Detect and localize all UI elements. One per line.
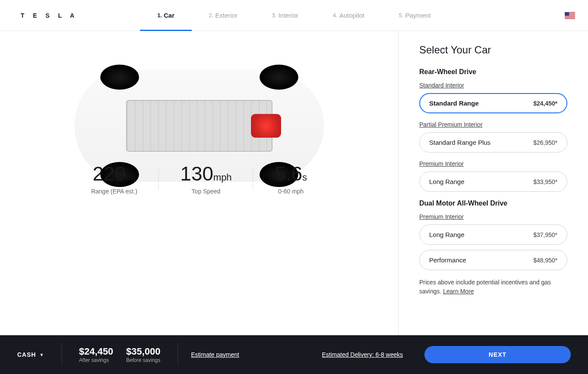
- tab-payment[interactable]: 5.Payment: [382, 0, 448, 31]
- next-button[interactable]: NEXT: [424, 346, 571, 363]
- estimate-payment-link[interactable]: Estimate payment: [191, 351, 239, 358]
- config-tabs: 1.Car 2.Exterior 3.Interior 4.Autopilot …: [140, 0, 448, 31]
- svg-rect-4: [565, 16, 575, 16]
- tab-car[interactable]: 1.Car: [140, 0, 192, 31]
- interior-premium-awd[interactable]: Premium Interior: [419, 213, 464, 220]
- header: T E S L A 1.Car 2.Exterior 3.Interior 4.…: [0, 0, 588, 31]
- learn-more-link[interactable]: Learn More: [443, 288, 474, 295]
- tesla-logo[interactable]: T E S L A: [21, 12, 78, 19]
- tab-autopilot[interactable]: 4.Autopilot: [316, 0, 381, 31]
- option-long-range-awd[interactable]: Long Range $37,950*: [419, 224, 567, 245]
- stat-topspeed: 130mph Top Speed: [159, 164, 254, 195]
- interior-partial-premium[interactable]: Partial Premium Interior: [419, 121, 483, 128]
- option-standard-range[interactable]: Standard Range $24,450*: [419, 93, 567, 113]
- chevron-down-icon: ▼: [40, 352, 44, 357]
- estimated-delivery-link[interactable]: Estimated Delivery: 6-8 weeks: [322, 351, 403, 358]
- config-panel: Select Your Car Rear-Wheel Drive Standar…: [399, 31, 588, 335]
- stat-range: 220mi Range (EPA est.): [70, 164, 159, 195]
- drive-heading-rwd: Rear-Wheel Drive: [419, 68, 567, 76]
- svg-rect-6: [565, 18, 575, 19]
- tab-exterior[interactable]: 2.Exterior: [192, 0, 255, 31]
- svg-rect-7: [565, 12, 569, 16]
- car-chassis-image: 220mi Range (EPA est.) 130mph Top Speed …: [17, 44, 381, 208]
- main-content: 220mi Range (EPA est.) 130mph Top Speed …: [0, 31, 588, 335]
- footer-bar: CASH ▼ $24,450 After savings $35,000 Bef…: [0, 335, 588, 374]
- option-performance[interactable]: Performance $48,950*: [419, 250, 567, 270]
- tab-interior[interactable]: 3.Interior: [255, 0, 316, 31]
- spec-stats: 220mi Range (EPA est.) 130mph Top Speed …: [17, 164, 381, 195]
- payment-type-selector[interactable]: CASH ▼: [17, 343, 62, 366]
- price-after-savings: $24,450 After savings: [79, 346, 114, 363]
- stat-acceleration: 5.6s 0-60 mph: [253, 164, 328, 195]
- panel-title: Select Your Car: [419, 44, 567, 56]
- option-long-range-rwd[interactable]: Long Range $33,950*: [419, 171, 567, 192]
- us-flag-icon[interactable]: [565, 12, 575, 19]
- drive-heading-awd: Dual Motor All-Wheel Drive: [419, 199, 567, 207]
- interior-premium-rwd[interactable]: Premium Interior: [419, 160, 464, 167]
- pricing-disclaimer: Prices above include potential incentive…: [419, 278, 567, 296]
- price-before-savings: $35,000 Before savings: [126, 346, 161, 363]
- svg-rect-5: [565, 17, 575, 17]
- price-summary: $24,450 After savings $35,000 Before sav…: [62, 343, 178, 366]
- option-standard-range-plus[interactable]: Standard Range Plus $26,950*: [419, 132, 567, 153]
- visualization-panel: 220mi Range (EPA est.) 130mph Top Speed …: [0, 31, 399, 335]
- interior-standard[interactable]: Standard Interior: [419, 82, 464, 89]
